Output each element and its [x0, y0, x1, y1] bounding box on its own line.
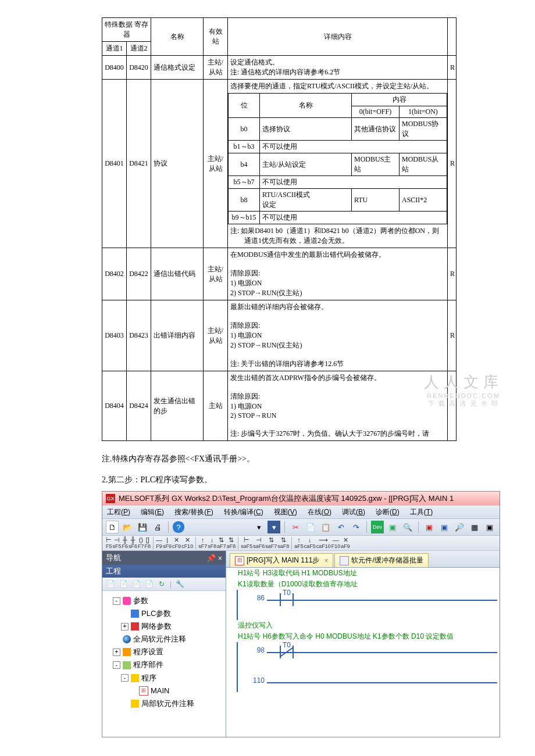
project-tree: -参数PLC参数+网络参数全局软元件注释+程序设置-程序部件-程序田MAIN局部… — [102, 591, 226, 714]
close-icon[interactable]: × — [218, 554, 222, 562]
expand-icon[interactable]: + — [113, 648, 120, 656]
cell-protocol-note: 注: 如果D8401 b0（通道1）和D8421 b0（通道2）两者的位都ON，… — [228, 224, 447, 248]
tile-icon[interactable]: ▦ — [468, 521, 481, 533]
ladder-editor[interactable]: H1站号 H3读取代码 H1 MODBUS地址 K1读取数量（D1000读取数值… — [226, 568, 500, 737]
nav-tb-icon[interactable]: 📄 — [119, 579, 128, 589]
step2-text: 2.第二步：PLC程序读写参数。 — [102, 475, 500, 485]
window-title: MELSOFT系列 GX Works2 D:\Test_Program\台仪温控… — [119, 493, 454, 504]
tab-main[interactable]: 田[PRG]写入 MAIN 111步× — [230, 553, 333, 567]
nav-tb-icon[interactable]: 🔧 — [175, 579, 184, 589]
tree-label: MAIN — [151, 685, 170, 697]
register-table: 特殊数据 寄存器 名称 有效站 详细内容 通道1 通道2 D8400 D8420… — [102, 17, 456, 441]
dropdown-icon[interactable]: ▾ — [252, 521, 265, 533]
blue-icon[interactable]: ▣ — [438, 521, 451, 533]
undo-icon[interactable]: ↶ — [334, 521, 347, 533]
fkey-aF7[interactable]: ⇅aF7 — [217, 537, 226, 549]
table-row: D8403 D8423 出错详细内容 主站/ 从站 最新出错的详细内容会被储存。… — [102, 300, 456, 371]
table-row: D8404 D8424 发生通信出错的步 主站 发生出错的首次ADPRW指令的步… — [102, 371, 456, 441]
tree-label: 全局软元件注释 — [133, 633, 186, 646]
menu-p[interactable]: 工程(P) — [107, 507, 130, 517]
tree-item[interactable]: 全局软元件注释 — [113, 633, 223, 646]
red-icon[interactable]: ▣ — [423, 521, 436, 533]
hdr-station: 有效站 — [204, 18, 228, 56]
fkey-aF9[interactable]: ✕aF9 — [341, 537, 350, 549]
tree-item[interactable]: -程序部件 — [113, 658, 223, 671]
dropdown2-icon[interactable]: ▾ — [268, 521, 280, 533]
open-icon[interactable]: 📂 — [121, 521, 134, 533]
ladder-icon: 田 — [235, 556, 244, 565]
fkey-aF8[interactable]: ⇅aF8 — [227, 537, 236, 549]
cpu-icon[interactable]: ▣ — [386, 521, 399, 533]
contact-nc-icon[interactable] — [275, 642, 298, 662]
dev-icon[interactable]: Dev — [371, 521, 384, 533]
expand-icon[interactable]: - — [113, 597, 120, 605]
menu-c[interactable]: 转换/编译(C) — [224, 507, 263, 517]
fkey-sF8[interactable]: ↓sF8 — [208, 537, 216, 549]
orange-icon — [123, 648, 131, 656]
more-icon[interactable]: ▣ — [483, 521, 496, 533]
tree-item[interactable]: PLC参数 — [121, 607, 223, 620]
tree-item[interactable]: +程序设置 — [113, 646, 223, 658]
fkey-saF8[interactable]: ⇅saF8 — [277, 537, 289, 549]
menu-v[interactable]: 视图(V) — [274, 507, 297, 517]
menu-e[interactable]: 编辑(E) — [141, 507, 164, 517]
fkey-F9[interactable]: —F9 — [156, 537, 162, 549]
nav-tb-icon[interactable]: 📄 — [144, 579, 154, 589]
menu-f[interactable]: 搜索/替换(F) — [174, 507, 213, 517]
tab-close-icon[interactable]: × — [324, 557, 328, 565]
zoom-icon[interactable]: 🔎 — [453, 521, 466, 533]
new-icon[interactable]: 🗋 — [106, 521, 119, 533]
fkey-sF5[interactable]: ⊣sF5 — [113, 537, 122, 549]
tree-label: 网络参数 — [141, 620, 172, 633]
menu-b[interactable]: 调试(B) — [342, 507, 365, 517]
pin-icon[interactable]: 📌 — [206, 554, 216, 562]
menu-t[interactable]: 工具(T) — [410, 507, 433, 517]
fkey-F10[interactable]: —F10 — [331, 537, 341, 549]
expand-icon[interactable]: + — [121, 623, 129, 630]
fkey-saF6[interactable]: ⊣saF6 — [253, 537, 265, 549]
expand-icon[interactable]: - — [113, 661, 120, 669]
fkey-F7[interactable]: ()F7 — [138, 537, 144, 549]
expand-icon[interactable]: - — [121, 674, 129, 682]
fkey-sF7[interactable]: ↑sF7 — [198, 537, 207, 549]
fkey-caF10[interactable]: ⟶caF10 — [316, 537, 331, 549]
title-bar: GX MELSOFT系列 GX Works2 D:\Test_Program\台… — [102, 492, 500, 506]
nav-tb-icon[interactable]: 📄 — [131, 579, 141, 589]
help-icon[interactable]: ? — [173, 521, 184, 533]
tree-item[interactable]: 局部软元件注释 — [121, 697, 223, 710]
save-icon[interactable]: 💾 — [136, 521, 149, 533]
fkey-sF6[interactable]: ╫sF6 — [129, 537, 137, 549]
hdr-ch2: 通道2 — [127, 42, 151, 56]
monitor-icon[interactable]: 🔍 — [401, 521, 414, 533]
tree-item[interactable]: 田MAIN — [129, 685, 223, 697]
nav-tb-icon[interactable]: 📄 — [106, 579, 115, 589]
cut-icon[interactable]: ✂ — [289, 521, 302, 533]
fkey-saF5[interactable]: ⊢saF5 — [241, 537, 252, 549]
fkey-F6[interactable]: ╫F6 — [122, 537, 129, 549]
hdr-register: 特殊数据 寄存器 — [102, 18, 151, 42]
tree-item[interactable]: +网络参数 — [121, 620, 223, 633]
nav-tb-icon[interactable]: ↻ — [157, 579, 166, 589]
fkey-sF9[interactable]: |sF9 — [163, 537, 172, 549]
copy-icon[interactable]: 📄 — [304, 521, 317, 533]
paste-icon[interactable]: 📋 — [319, 521, 332, 533]
fkey-caF5[interactable]: ↓caF5 — [304, 537, 316, 549]
menu-d[interactable]: 诊断(D) — [376, 507, 400, 517]
fkey-aF5[interactable]: ↑aF5 — [294, 537, 304, 549]
contact-icon[interactable] — [275, 590, 298, 610]
fkey-cF10[interactable]: ✕cF10 — [181, 537, 193, 549]
tree-item[interactable]: -参数 — [113, 594, 223, 607]
menu-o[interactable]: 在线(O) — [308, 507, 331, 517]
tree-item[interactable]: -程序 — [121, 672, 223, 685]
tab-device[interactable]: 软元件/缓冲存储器批量 — [334, 553, 428, 567]
fkey-F5[interactable]: ⊢F5 — [106, 537, 112, 549]
table-row: D8400 D8420 通信格式设定 主站/ 从站 设定通信格式。 注: 通信格… — [102, 56, 456, 80]
toolbar-main: 🗋 📂 💾 🖨 ? ▾ ▾ ✂ 📄 📋 ↶ ↷ Dev ▣ 🔍 ▣ ▣ 🔎 ▦ … — [102, 519, 500, 536]
fkey-cF9[interactable]: ✕cF9 — [172, 537, 181, 549]
fkey-saF7[interactable]: ⇅saF7 — [265, 537, 277, 549]
print-icon[interactable]: 🖨 — [151, 521, 164, 533]
fkey-F8[interactable]: []F8 — [145, 537, 151, 549]
globe-icon — [123, 635, 131, 643]
redo-icon[interactable]: ↷ — [349, 521, 362, 533]
ladder-comment: H1站号 H3读取代码 H1 MODBUS地址 — [226, 568, 500, 579]
